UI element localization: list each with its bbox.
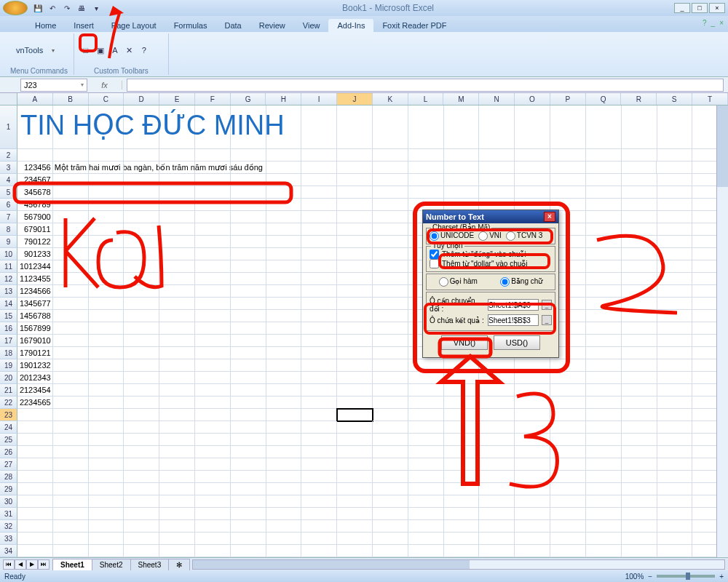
cell[interactable] [195, 359, 231, 372]
cell[interactable] [373, 260, 408, 273]
toolbar-icon-2[interactable]: ▣ [95, 44, 106, 56]
cell[interactable] [53, 285, 89, 298]
cell[interactable] [124, 162, 159, 174]
cell[interactable] [586, 149, 622, 162]
cell[interactable] [195, 223, 231, 236]
cell[interactable] [266, 199, 302, 211]
cell[interactable] [89, 335, 124, 347]
cell[interactable] [159, 458, 195, 471]
row-head[interactable]: 18 [0, 347, 17, 359]
cell[interactable] [479, 409, 515, 421]
cell[interactable] [444, 149, 480, 162]
cell[interactable] [195, 285, 231, 298]
cell[interactable] [124, 174, 159, 186]
cell[interactable] [53, 273, 89, 285]
cell[interactable] [266, 248, 302, 260]
cell[interactable] [657, 273, 693, 285]
cell[interactable] [124, 446, 159, 458]
cell[interactable] [301, 409, 337, 421]
cell[interactable] [550, 149, 586, 162]
cell[interactable] [622, 471, 657, 483]
cell[interactable] [444, 471, 480, 483]
cell[interactable] [373, 347, 408, 359]
cell[interactable] [124, 396, 159, 409]
cell[interactable] [301, 236, 337, 248]
cell[interactable] [622, 149, 657, 162]
cell[interactable] [159, 520, 195, 533]
radio-goi-ham[interactable]: Gọi hàm [439, 277, 478, 287]
cell[interactable] [657, 421, 693, 434]
cell[interactable] [408, 384, 444, 396]
cell[interactable] [266, 384, 302, 396]
cell[interactable] [231, 508, 266, 520]
row-head[interactable]: 29 [0, 483, 17, 495]
cell[interactable] [266, 260, 302, 273]
cell[interactable] [479, 495, 515, 508]
cell[interactable] [17, 483, 53, 495]
close-button[interactable]: × [709, 3, 725, 13]
cell[interactable] [266, 421, 302, 434]
cell[interactable] [657, 322, 693, 335]
col-head[interactable]: J [337, 93, 373, 105]
row-head[interactable]: 27 [0, 458, 17, 471]
cell[interactable] [586, 520, 622, 533]
cell[interactable] [17, 471, 53, 483]
cell[interactable] [124, 458, 159, 471]
cell[interactable] [231, 434, 266, 446]
cell[interactable] [373, 322, 408, 335]
cell[interactable] [337, 322, 373, 335]
redo-icon[interactable]: ↷ [61, 2, 73, 14]
undo-icon[interactable]: ↶ [47, 2, 58, 14]
cell[interactable] [89, 471, 124, 483]
cell[interactable] [301, 211, 337, 223]
cell[interactable] [301, 434, 337, 446]
cell[interactable] [479, 471, 515, 483]
cell[interactable] [622, 248, 657, 260]
col-head[interactable]: S [657, 93, 692, 105]
cell[interactable] [373, 396, 408, 409]
cell[interactable] [444, 508, 480, 520]
cell[interactable] [657, 174, 693, 186]
cell[interactable] [657, 186, 693, 199]
cell[interactable] [124, 335, 159, 347]
cell[interactable] [17, 421, 53, 434]
row-head[interactable]: 31 [0, 508, 17, 520]
cell[interactable] [586, 384, 622, 396]
cell[interactable] [195, 421, 231, 434]
col-head[interactable]: P [550, 93, 586, 105]
cell[interactable] [586, 310, 622, 322]
cell[interactable] [657, 310, 693, 322]
cell[interactable] [479, 533, 515, 545]
cell[interactable] [622, 223, 657, 236]
cell[interactable] [622, 434, 657, 446]
cell[interactable] [231, 347, 266, 359]
cell[interactable] [444, 446, 480, 458]
cell[interactable] [515, 162, 550, 174]
cell[interactable] [337, 434, 373, 446]
cell[interactable]: 123456 [17, 162, 53, 174]
cell[interactable] [515, 384, 550, 396]
cell[interactable] [89, 409, 124, 421]
cell[interactable] [124, 236, 159, 248]
cell[interactable] [53, 458, 89, 471]
vertical-scrollbar[interactable] [716, 105, 728, 557]
cell[interactable] [266, 508, 302, 520]
cell[interactable] [408, 471, 444, 483]
cell[interactable] [195, 347, 231, 359]
cell[interactable] [550, 458, 586, 471]
close-workbook-icon[interactable]: × [719, 19, 724, 27]
cell[interactable] [479, 421, 515, 434]
toolbar-icon-5[interactable]: ? [138, 44, 150, 56]
cell[interactable] [53, 310, 89, 322]
cell[interactable] [231, 372, 266, 384]
cell[interactable] [657, 285, 693, 298]
cell[interactable] [301, 421, 337, 434]
cell[interactable] [301, 533, 337, 545]
cell[interactable] [373, 483, 408, 495]
row-head[interactable]: 30 [0, 495, 17, 508]
row-head[interactable]: 20 [0, 372, 17, 384]
zoom-in-icon[interactable]: + [719, 573, 724, 581]
cell[interactable] [479, 384, 515, 396]
cell[interactable] [408, 446, 444, 458]
cell[interactable] [657, 471, 693, 483]
